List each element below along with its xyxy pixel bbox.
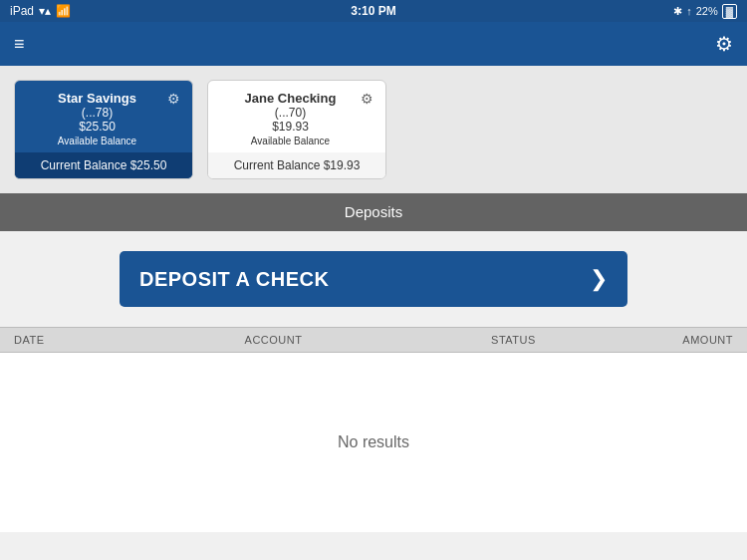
account-card-top-2: Jane Checking (...70) $19.93 Available B… — [208, 81, 385, 152]
account-gear-icon-2[interactable]: ⚙ — [361, 91, 374, 107]
status-bar: iPad ▾▴ 📶 3:10 PM ✱ ↑ 22% ▓ — [0, 0, 747, 22]
account-gear-icon[interactable]: ⚙ — [167, 91, 180, 107]
no-results-text: No results — [338, 433, 409, 451]
nav-bar: ≡ ⚙ — [0, 22, 747, 66]
device-label: iPad — [10, 4, 34, 18]
account-number: (...78) — [27, 106, 167, 120]
results-area: No results — [0, 353, 747, 532]
wifi-icon: ▾▴ — [39, 4, 51, 18]
account-info-2: Jane Checking (...70) $19.93 Available B… — [220, 91, 361, 146]
account-balance-value-2: $19.93 — [220, 120, 361, 134]
column-header-date: DATE — [14, 334, 153, 346]
account-card-top: Star Savings (...78) $25.50 Available Ba… — [15, 81, 192, 152]
table-header: DATE ACCOUNT STATUS AMOUNT — [0, 327, 747, 353]
hamburger-menu-icon[interactable]: ≡ — [14, 34, 25, 55]
account-name: Star Savings — [27, 91, 167, 106]
column-header-status: STATUS — [393, 334, 633, 346]
wifi-signal-icon: 📶 — [56, 4, 71, 18]
account-name-2: Jane Checking — [220, 91, 361, 106]
account-current-balance-2: Current Balance $19.93 — [208, 152, 385, 178]
account-balance-label-2: Available Balance — [220, 136, 361, 146]
account-card-checking[interactable]: Jane Checking (...70) $19.93 Available B… — [207, 80, 386, 179]
bluetooth-icon: ✱ — [673, 5, 682, 18]
account-card-savings[interactable]: Star Savings (...78) $25.50 Available Ba… — [14, 80, 193, 179]
column-header-amount: AMOUNT — [633, 334, 733, 346]
battery-percent: 22% — [696, 5, 718, 17]
column-header-account: ACCOUNT — [153, 334, 393, 346]
battery-icon: ▓ — [722, 4, 737, 19]
deposit-button-arrow-icon: ❯ — [590, 266, 608, 292]
deposits-label: Deposits — [345, 203, 402, 220]
signal-icon: ↑ — [686, 5, 692, 17]
accounts-section: Star Savings (...78) $25.50 Available Ba… — [0, 66, 747, 193]
deposit-button-section: DEPOSIT A CHECK ❯ — [0, 231, 747, 327]
account-info: Star Savings (...78) $25.50 Available Ba… — [27, 91, 167, 146]
status-left: iPad ▾▴ 📶 — [10, 4, 71, 18]
deposits-section-header: Deposits — [0, 193, 747, 231]
account-balance-value: $25.50 — [27, 120, 167, 134]
account-number-2: (...70) — [220, 106, 361, 120]
time-display: 3:10 PM — [351, 4, 395, 18]
settings-icon[interactable]: ⚙ — [715, 32, 733, 56]
deposit-check-button[interactable]: DEPOSIT A CHECK ❯ — [120, 251, 627, 307]
account-balance-label: Available Balance — [27, 136, 167, 146]
status-right: ✱ ↑ 22% ▓ — [673, 4, 737, 19]
deposit-button-label: DEPOSIT A CHECK — [139, 268, 329, 291]
account-current-balance: Current Balance $25.50 — [15, 152, 192, 178]
